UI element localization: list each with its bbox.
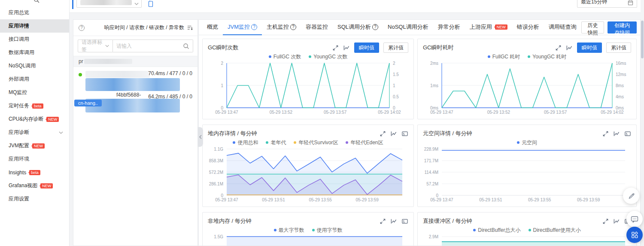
instance-group-header[interactable]: pr [73,56,197,67]
panel-collapse-handle[interactable] [198,127,203,147]
sidebar-item-数据库调用[interactable]: 数据库调用 [0,46,69,59]
sidebar-item-应用详情[interactable]: 应用详情 [0,19,69,33]
tab-SQL调用分析[interactable]: SQL调用分析? [333,20,383,35]
page-scrollbar[interactable] [641,19,644,246]
gc-time-chart[interactable]: 0ms1ms2ms0ms4ms8ms12ms16ms05-29 13:4705-… [423,61,631,115]
sort-icon[interactable] [187,24,193,31]
charts-grid: GC瞬时次数 瞬时值 累计值 FullGC 次数YoungGC 次数 01200… [199,35,640,246]
legend-item[interactable]: FullGC 次数 [269,53,301,61]
tab-JVM监控[interactable]: JVM监控? [223,20,262,35]
chevron-down-icon [59,131,63,134]
panel-icon[interactable] [401,218,408,225]
svg-text:171.7M: 171.7M [424,158,438,163]
tab-错误分析[interactable]: 错误分析 [512,20,544,35]
sidebar-item-应用总览[interactable]: 应用总览 [0,6,69,19]
sidebar-item-定时任务[interactable]: 定时任务beta [0,99,69,112]
tab-容器监控[interactable]: 容器监控 [301,20,333,35]
svg-text:05-29 13:52: 05-29 13:52 [270,110,293,115]
legend-item[interactable]: 年轻代Eden区 [346,139,383,146]
tab-label: SQL调用分析 [337,23,371,31]
legend-item[interactable]: DirectBuffer使用大小 [529,227,581,234]
expand-icon[interactable] [602,131,609,137]
metaspace-chart[interactable]: 057.2M114.4M171.7M228.9M05-29 13:4705-29… [423,146,631,203]
legend-item[interactable]: 老年代 [266,139,286,146]
trend-icon[interactable] [390,131,397,137]
help-icon: ? [290,24,296,30]
expand-icon[interactable] [332,45,339,51]
search-input[interactable] [116,43,183,49]
legend-item[interactable]: 使用总和 [233,139,258,146]
sidebar-item-Grafana视图[interactable]: Grafana视图NEW [0,179,69,192]
time-range-label: 最近15分钟 [581,0,607,6]
sidebar-item-CPU&内存诊断[interactable]: CPU&内存诊断NEW [0,112,69,126]
app-select[interactable] [76,0,142,8]
expand-icon[interactable] [602,218,609,225]
tab-上游应用[interactable]: 上游应用NEW [465,20,512,35]
sidebar-item-label: 数据库调用 [9,49,34,56]
sidebar-item-Insights[interactable]: Insightsbeta [0,166,69,179]
sidebar-item-应用环境[interactable]: 应用环境 [0,152,69,166]
instant-value-button[interactable]: 瞬时值 [577,43,602,53]
legend-item[interactable]: 元空间 [517,139,537,146]
redacted-selected-row[interactable] [85,78,180,91]
create-memory-snapshot-button[interactable]: 创建内存快照 [608,21,637,33]
magnifier-icon[interactable] [183,43,189,49]
legend-item[interactable]: 使用字节数 [312,227,343,234]
time-range-select[interactable]: 最近15分钟 [577,0,637,8]
tab-NoSQL调用分析[interactable]: NoSQL调用分析 [383,20,433,35]
sidebar-item-NoSQL调用[interactable]: NoSQL调用 [0,59,69,73]
widgets-fab[interactable] [626,227,643,243]
trend-icon[interactable] [343,45,350,51]
sidebar-item-外部调用[interactable]: 外部调用 [0,73,69,86]
chart-card-directbuffer: 直接缓冲区 / 每分钟 DirectBuffer总大小DirectBuffer使… [417,212,637,246]
tag-select[interactable]: 请选择标签 [78,39,113,52]
help-icon[interactable]: ? [79,25,85,31]
chart-legend: 使用总和老年代年轻代Survivor区年轻代Eden区 [208,139,408,146]
sidebar-item-MQ监控[interactable]: MQ监控 [0,86,69,99]
scrollbar-thumb[interactable] [641,21,644,58]
search-icon[interactable] [33,0,39,3]
help-icon: ? [372,24,378,30]
panel-icon[interactable] [401,131,408,137]
feedback-fab[interactable] [626,211,643,227]
tab-主机监控[interactable]: 主机监控? [262,20,301,35]
cumulative-value-button[interactable]: 累计值 [606,43,631,53]
tab-概览[interactable]: 概览 [202,20,223,35]
gc-count-chart[interactable]: 01200.511.5205-29 13:4705-29 13:5205-29 … [208,61,408,115]
chart-title: 直接缓冲区 / 每分钟 [423,217,472,225]
history-snapshot-button[interactable]: 历史快照 [581,21,605,33]
tab-label: 错误分析 [517,23,539,31]
directbuffer-chart[interactable]: 00.7M1.5M2.2M2.9M05-29 13:4705-29 13:510… [423,234,631,246]
nonheap-memory-chart[interactable]: 0384M768M1.1G1.5G05-29 13:4705-29 13:510… [208,234,408,246]
trend-icon[interactable] [566,45,573,51]
legend-item[interactable]: 最大字节数 [274,227,304,234]
sidebar-item-JVM配置[interactable]: JVM配置NEW [0,139,69,152]
svg-text:57.2M: 57.2M [426,182,438,186]
legend-item[interactable]: YoungGC 耗时 [528,53,566,61]
doc-icon[interactable] [148,0,154,8]
sidebar-item-接口调用[interactable]: 接口调用 [0,33,69,46]
trend-icon[interactable] [390,218,397,225]
heap-memory-chart[interactable]: 0286.1M572.2M858.3M1.1G05-29 13:4705-29 … [208,146,408,203]
cumulative-value-button[interactable]: 累计值 [383,43,408,53]
tab-异常分析[interactable]: 异常分析 [433,20,465,35]
trend-icon[interactable] [613,218,620,225]
svg-text:114.4M: 114.4M [424,170,438,175]
tab-调用链查询[interactable]: 调用链查询 [544,20,581,35]
legend-item[interactable]: YoungGC 次数 [309,53,347,61]
legend-item[interactable]: FullGC 耗时 [488,53,520,61]
expand-icon[interactable] [380,131,386,137]
panel-icon[interactable] [624,131,631,137]
expand-icon[interactable] [380,218,386,225]
expand-icon[interactable] [555,45,562,51]
edit-fab[interactable] [623,188,639,204]
svg-text:1.5G: 1.5G [214,234,223,239]
legend-dot [294,141,296,144]
legend-item[interactable]: DirectBuffer总大小 [473,227,520,234]
instant-value-button[interactable]: 瞬时值 [354,43,379,53]
svg-text:05-29 13:59: 05-29 13:59 [356,197,379,202]
trend-icon[interactable] [613,131,620,137]
sidebar-item-应用设置[interactable]: 应用设置 [0,192,69,206]
legend-item[interactable]: 年轻代Survivor区 [294,139,338,146]
sidebar-item-应用诊断[interactable]: 应用诊断 [0,126,69,139]
